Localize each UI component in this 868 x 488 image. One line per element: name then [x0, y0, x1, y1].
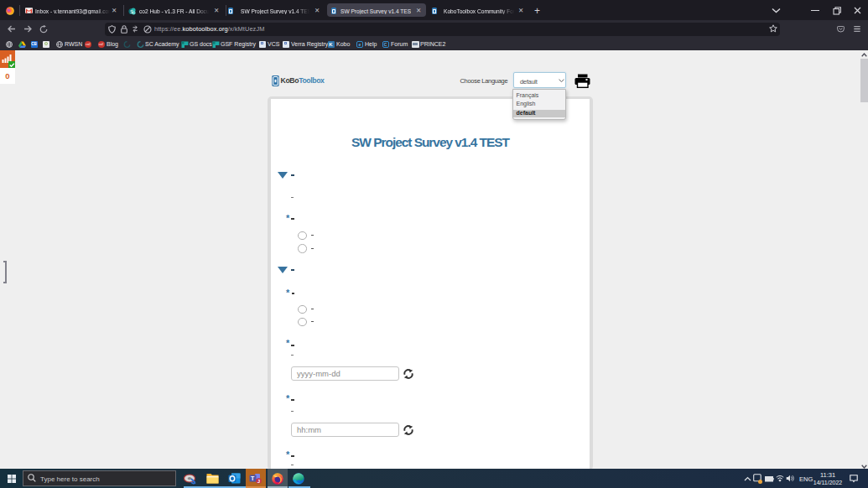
svg-text:T: T — [251, 475, 255, 481]
svg-text:J: J — [257, 479, 260, 484]
svg-text:S: S — [130, 8, 133, 13]
